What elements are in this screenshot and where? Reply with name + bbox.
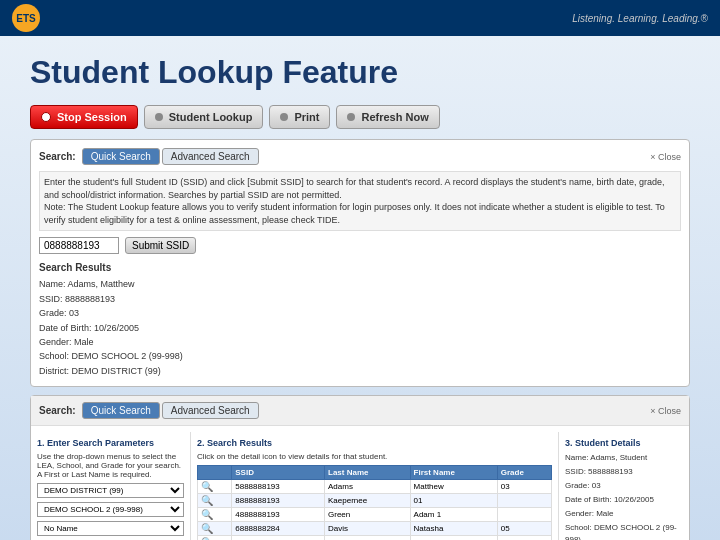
col-firstname-header: First Name <box>410 466 497 480</box>
table-row[interactable]: 🔍4888888193GreenAdam 1 <box>198 508 552 522</box>
row-cell: 05 <box>497 522 551 536</box>
detail-line: Gender: Male <box>565 508 683 520</box>
print-icon <box>280 113 288 121</box>
row-cell: Matthew <box>410 480 497 494</box>
school-group: DEMO SCHOOL 2 (99-998) <box>37 502 184 517</box>
student-details-col: 3. Student Details Name: Adams, StudentS… <box>559 432 689 540</box>
table-row[interactable]: 🔍5888888193AdamsMatthew03 <box>198 480 552 494</box>
row-cell <box>497 508 551 522</box>
ssid-search-row: Submit SSID <box>39 237 681 254</box>
search-info-text: Enter the student's full Student ID (SSI… <box>39 171 681 231</box>
row-cell: 03 <box>497 480 551 494</box>
search-label-top: Search: <box>39 151 76 162</box>
ets-logo: ETS <box>12 4 40 32</box>
table-row[interactable]: 🔍6888888284DavisNatasha05 <box>198 522 552 536</box>
header-bar: ETS Listening. Learning. Leading.® <box>0 0 720 36</box>
results-table-head: SSID Last Name First Name Grade <box>198 466 552 480</box>
main-content: Student Lookup Feature Stop Session Stud… <box>0 36 720 540</box>
row-cell: 8888888193 <box>232 494 325 508</box>
row-cell: 8884888293 <box>232 536 325 540</box>
results-table: SSID Last Name First Name Grade 🔍5888888… <box>197 465 552 540</box>
row-cell: 01 <box>410 494 497 508</box>
refresh-icon <box>347 113 355 121</box>
row-cell: 5888888193 <box>232 480 325 494</box>
detail-line: SSID: 5888888193 <box>565 466 683 478</box>
stop-session-button[interactable]: Stop Session <box>30 105 138 129</box>
col1-desc: Use the drop-down menus to select the LE… <box>37 452 184 479</box>
row-detail-icon[interactable]: 🔍 <box>198 522 232 536</box>
tab-quick-search-top[interactable]: Quick Search <box>82 148 160 165</box>
detail-text: Name: Adams, StudentSSID: 5888888193Grad… <box>565 452 683 540</box>
panel-bottom-body: 1. Enter Search Parameters Use the drop-… <box>31 432 689 540</box>
col3-title: 3. Student Details <box>565 438 683 448</box>
submit-ssid-button[interactable]: Submit SSID <box>125 237 196 254</box>
page-title: Student Lookup Feature <box>30 54 690 91</box>
row-cell: Kaepernee <box>325 494 411 508</box>
col-icon-header <box>198 466 232 480</box>
detail-line: Name: Adams, Student <box>565 452 683 464</box>
results-title: Search Results <box>39 262 681 273</box>
detail-line: School: DEMO SCHOOL 2 (99-998) <box>565 522 683 540</box>
table-row[interactable]: 🔍8884888293MeyerLinda09 <box>198 536 552 540</box>
col1-title: 1. Enter Search Parameters <box>37 438 184 448</box>
toolbar: Stop Session Student Lookup Print Refres… <box>30 105 690 129</box>
panels-container: Search: Quick Search Advanced Search × C… <box>30 139 690 540</box>
no-name-group: No Name <box>37 521 184 536</box>
row-detail-icon[interactable]: 🔍 <box>198 508 232 522</box>
no-name-select[interactable]: No Name <box>37 521 184 536</box>
tab-quick-search-bottom[interactable]: Quick Search <box>82 402 160 419</box>
row-cell: 09 <box>497 536 551 540</box>
student-lookup-button[interactable]: Student Lookup <box>144 105 264 129</box>
result-info: Name: Adams, Matthew SSID: 8888888193 Gr… <box>39 277 681 378</box>
row-cell <box>497 494 551 508</box>
results-table-body: 🔍5888888193AdamsMatthew03🔍8888888193Kaep… <box>198 480 552 540</box>
col2-title: 2. Search Results <box>197 438 552 448</box>
table-row[interactable]: 🔍8888888193Kaepernee01 <box>198 494 552 508</box>
district-group: DEMO DISTRICT (99) <box>37 483 184 498</box>
district-select[interactable]: DEMO DISTRICT (99) <box>37 483 184 498</box>
top-search-panel: Search: Quick Search Advanced Search × C… <box>30 139 690 387</box>
print-button[interactable]: Print <box>269 105 330 129</box>
search-tabs-bottom: Search: Quick Search Advanced Search × C… <box>31 396 689 426</box>
col2-desc: Click on the detail icon to view details… <box>197 452 552 461</box>
ssid-input[interactable] <box>39 237 119 254</box>
school-select[interactable]: DEMO SCHOOL 2 (99-998) <box>37 502 184 517</box>
row-detail-icon[interactable]: 🔍 <box>198 480 232 494</box>
stop-icon <box>41 112 51 122</box>
row-cell: Davis <box>325 522 411 536</box>
tab-advanced-search-top[interactable]: Advanced Search <box>162 148 259 165</box>
close-top-panel[interactable]: × Close <box>650 152 681 162</box>
col-grade-header: Grade <box>497 466 551 480</box>
results-table-col: 2. Search Results Click on the detail ic… <box>191 432 559 540</box>
row-cell: Meyer <box>325 536 411 540</box>
refresh-button[interactable]: Refresh Now <box>336 105 439 129</box>
table-header-row: SSID Last Name First Name Grade <box>198 466 552 480</box>
row-cell: 6888888284 <box>232 522 325 536</box>
bottom-search-panel: Search: Quick Search Advanced Search × C… <box>30 395 690 540</box>
lookup-icon <box>155 113 163 121</box>
tagline: Listening. Learning. Leading.® <box>572 13 708 24</box>
row-cell: Adams <box>325 480 411 494</box>
tab-advanced-search-bottom[interactable]: Advanced Search <box>162 402 259 419</box>
close-bottom-panel[interactable]: × Close <box>650 406 681 416</box>
row-cell: 4888888193 <box>232 508 325 522</box>
row-cell: Natasha <box>410 522 497 536</box>
search-label-bottom: Search: <box>39 405 76 416</box>
row-cell: Linda <box>410 536 497 540</box>
search-tabs-top: Search: Quick Search Advanced Search × C… <box>39 148 681 165</box>
row-cell: Adam 1 <box>410 508 497 522</box>
col-ssid-header: SSID <box>232 466 325 480</box>
row-cell: Green <box>325 508 411 522</box>
detail-line: Grade: 03 <box>565 480 683 492</box>
row-detail-icon[interactable]: 🔍 <box>198 494 232 508</box>
col-lastname-header: Last Name <box>325 466 411 480</box>
row-detail-icon[interactable]: 🔍 <box>198 536 232 540</box>
search-params-col: 1. Enter Search Parameters Use the drop-… <box>31 432 191 540</box>
detail-line: Date of Birth: 10/26/2005 <box>565 494 683 506</box>
